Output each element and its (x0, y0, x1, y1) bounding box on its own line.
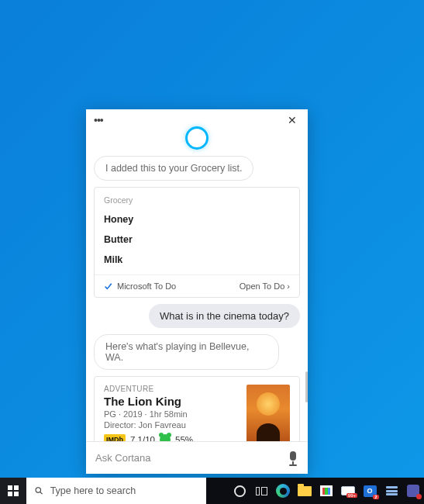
folder-icon (298, 486, 312, 496)
user-message: What is in the cinema today? (149, 304, 300, 328)
edge-button[interactable] (272, 478, 294, 504)
list-item: Honey (104, 209, 290, 230)
cortana-window: ••• ✕ I added this to your Grocery list.… (86, 109, 308, 474)
taskbar-icons: O (229, 478, 424, 504)
menu-button[interactable]: ••• (94, 114, 103, 126)
movie-meta: PG · 2019 · 1hr 58min (104, 409, 239, 419)
file-explorer-button[interactable] (294, 478, 315, 504)
outlook-icon: O (364, 485, 377, 497)
card-footer: Microsoft To Do Open To Do › (95, 274, 299, 297)
card-app-source: Microsoft To Do (104, 281, 176, 291)
teams-icon (407, 485, 419, 497)
chat-area: I added this to your Grocery list. Groce… (86, 156, 308, 441)
task-view-icon (256, 487, 267, 495)
movie-ratings: IMDb 7.1/10 55% (104, 434, 239, 441)
stack-button[interactable] (381, 478, 402, 504)
rt-score: 55% (175, 435, 193, 441)
cortana-logo-area (86, 126, 308, 150)
imdb-score: 7.1/10 (130, 435, 155, 441)
windows-logo-icon (8, 485, 19, 496)
rotten-tomatoes-icon (160, 434, 171, 441)
bot-message: I added this to your Grocery list. (94, 156, 253, 181)
list-item: Butter (104, 230, 290, 250)
taskbar-search[interactable] (26, 478, 206, 504)
cortana-taskbar-button[interactable] (229, 478, 250, 504)
cortana-ring-icon (185, 126, 209, 150)
outlook-button[interactable]: O (359, 478, 381, 504)
store-icon (320, 485, 333, 496)
grocery-card[interactable]: Grocery Honey Butter Milk Microsoft To D… (94, 187, 300, 298)
movie-info: ADVENTURE The Lion King PG · 2019 · 1hr … (104, 385, 239, 441)
microphone-button[interactable] (288, 451, 298, 465)
edge-icon (276, 484, 290, 498)
app-name-label: Microsoft To Do (117, 281, 176, 291)
list-item: Milk (104, 250, 290, 270)
open-todo-link[interactable]: Open To Do › (240, 281, 290, 291)
movie-poster (246, 385, 290, 441)
svg-point-0 (36, 488, 40, 492)
ask-cortana-input[interactable] (95, 452, 281, 464)
teams-button[interactable] (402, 478, 424, 504)
close-button[interactable]: ✕ (284, 112, 300, 128)
taskbar: O (0, 478, 424, 504)
checkmark-icon (104, 282, 112, 291)
movie-title: The Lion King (104, 395, 239, 408)
movie-card[interactable]: ADVENTURE The Lion King PG · 2019 · 1hr … (94, 376, 300, 441)
card-label: Grocery (104, 195, 290, 205)
store-button[interactable] (315, 478, 337, 504)
cortana-circle-icon (234, 485, 246, 497)
movie-category: ADVENTURE (104, 385, 239, 393)
start-button[interactable] (0, 478, 26, 504)
stack-icon (386, 486, 398, 495)
mail-icon (341, 486, 355, 495)
search-icon (34, 485, 44, 496)
svg-line-1 (40, 492, 43, 494)
movie-director: Director: Jon Favreau (104, 420, 239, 430)
task-view-button[interactable] (250, 478, 272, 504)
imdb-badge-icon: IMDb (104, 434, 126, 441)
taskbar-search-input[interactable] (50, 485, 198, 496)
bot-message: Here's what's playing in Bellevue, WA. (94, 334, 279, 370)
scrollbar[interactable] (305, 371, 308, 402)
input-row (86, 441, 308, 474)
mail-button[interactable] (337, 478, 359, 504)
